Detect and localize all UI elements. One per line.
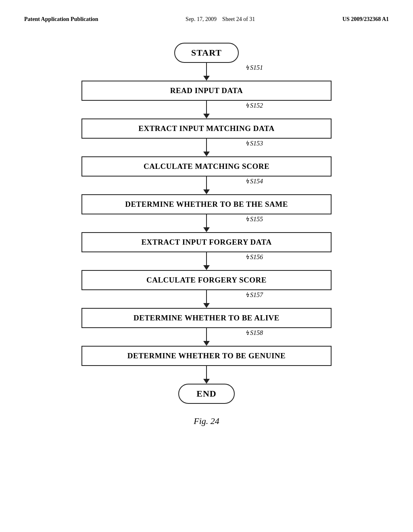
arrow-3 xyxy=(203,139,210,156)
page-header: Patent Application Publication Sep. 17, … xyxy=(0,0,413,31)
header-sheet: Sheet 24 of 31 xyxy=(222,16,255,22)
step-label-s158: ↯S158 xyxy=(245,329,263,337)
arrow-1 xyxy=(203,63,210,81)
step-label-s154: ↯S154 xyxy=(245,177,263,185)
arrow-end xyxy=(203,366,210,384)
header-left: Patent Application Publication xyxy=(24,16,98,23)
step-s155: EXTRACT INPUT FORGERY DATA xyxy=(81,232,332,252)
arrow-5 xyxy=(203,214,210,232)
step-s156: CALCULATE FORGERY SCORE xyxy=(81,270,332,290)
end-terminal: END xyxy=(178,384,235,404)
step-label-s156: ↯S156 xyxy=(245,253,263,261)
step-label-s153: ↯S153 xyxy=(245,139,263,147)
step-s158: DETERMINE WHETHER TO BE GENUINE xyxy=(81,346,332,366)
arrow-4 xyxy=(203,177,210,194)
fig-caption: Fig. 24 xyxy=(194,416,219,426)
arrow-6 xyxy=(203,252,210,270)
step-s152: EXTRACT INPUT MATCHING DATA xyxy=(81,118,332,139)
header-center: Sep. 17, 2009 Sheet 24 of 31 xyxy=(186,16,255,23)
step-s151: READ INPUT DATA xyxy=(81,81,332,101)
header-date: Sep. 17, 2009 xyxy=(186,16,217,22)
arrow-8 xyxy=(203,328,210,346)
step-s157: DETERMINE WHETHER TO BE ALIVE xyxy=(81,308,332,328)
step-label-s157: ↯S157 xyxy=(245,291,263,299)
step-label-s152: ↯S152 xyxy=(245,102,263,109)
header-right: US 2009/232368 A1 xyxy=(342,16,389,23)
step-label-s155: ↯S155 xyxy=(245,215,263,223)
step-label-s151: ↯S151 xyxy=(245,64,263,71)
arrow-2 xyxy=(203,101,210,118)
step-s153: CALCULATE MATCHING SCORE xyxy=(81,156,332,177)
flowchart: START ↯S151 READ INPUT DATA ↯S152 EXTRAC… xyxy=(0,31,413,426)
arrow-7 xyxy=(203,290,210,308)
step-s154: DETERMINE WHETHER TO BE THE SAME xyxy=(81,194,332,214)
start-terminal: START xyxy=(174,43,239,63)
